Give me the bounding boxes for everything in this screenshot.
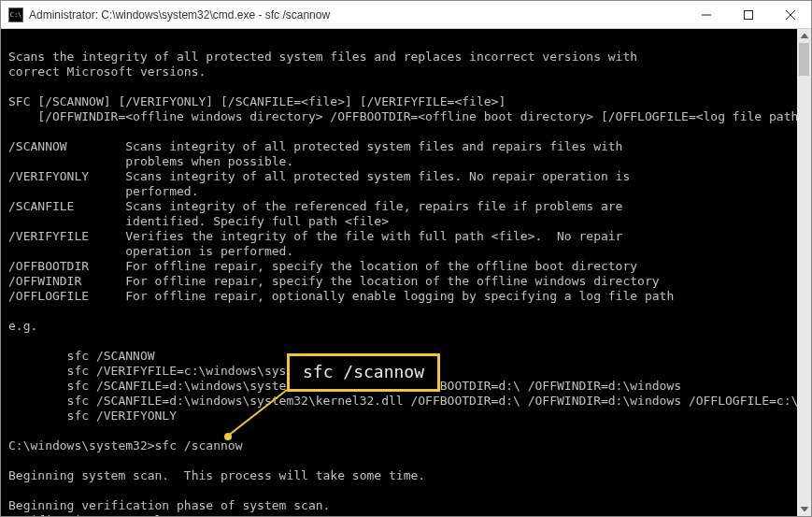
annotation-dot: [224, 433, 232, 440]
scroll-track[interactable]: [797, 43, 811, 502]
minimize-button[interactable]: [685, 1, 727, 28]
scroll-down-button[interactable]: [797, 502, 811, 516]
annotation-callout: sfc /scannow: [287, 353, 440, 392]
maximize-button[interactable]: [727, 1, 769, 28]
minimize-icon: [702, 10, 711, 20]
close-icon: [786, 10, 795, 20]
scroll-thumb[interactable]: [799, 43, 809, 76]
maximize-icon: [744, 10, 753, 20]
chevron-down-icon: [801, 507, 808, 511]
window-title: Administrator: C:\windows\system32\cmd.e…: [29, 8, 685, 22]
window-controls: [685, 1, 811, 28]
scroll-up-button[interactable]: [797, 29, 811, 43]
titlebar[interactable]: C:\ Administrator: C:\windows\system32\c…: [1, 1, 811, 29]
svg-rect-1: [744, 10, 752, 19]
cmd-icon-text: C:\: [10, 11, 22, 19]
cmd-icon: C:\: [8, 7, 23, 22]
vertical-scrollbar[interactable]: [797, 29, 811, 516]
console-output[interactable]: Scans the integrity of all protected sys…: [1, 29, 797, 516]
svg-marker-4: [801, 34, 808, 38]
chevron-up-icon: [801, 34, 808, 38]
console-area-wrap: Scans the integrity of all protected sys…: [1, 29, 811, 516]
svg-marker-5: [801, 507, 808, 511]
close-button[interactable]: [769, 1, 811, 28]
annotation-text: sfc /scannow: [303, 362, 424, 381]
